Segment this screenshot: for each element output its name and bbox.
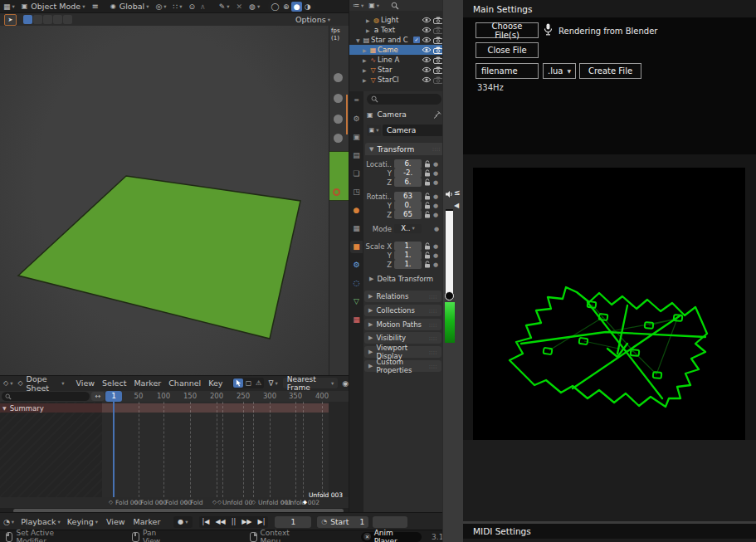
- lock-icon[interactable]: [424, 251, 431, 259]
- section-collections[interactable]: ▶Collections∷∷: [364, 305, 441, 316]
- display-mode-dropdown[interactable]: ▣▾: [368, 2, 379, 9]
- proportional-icon[interactable]: ◉: [342, 379, 349, 388]
- disclosure-icon[interactable]: ▼: [356, 37, 362, 43]
- lock-icon[interactable]: [424, 169, 431, 177]
- playhead-line[interactable]: [113, 402, 115, 507]
- drag-grip-icon[interactable]: ∷∷: [432, 146, 441, 152]
- lock-icon[interactable]: [424, 178, 431, 186]
- value-field[interactable]: 63: [394, 192, 422, 201]
- options-dropdown[interactable]: Options▾: [295, 15, 330, 24]
- tab-data[interactable]: ▽: [350, 295, 363, 308]
- outliner-row-text[interactable]: ▶ a Text: [349, 25, 445, 35]
- menu-key[interactable]: Key: [208, 378, 222, 388]
- menu-marker[interactable]: Marker: [134, 517, 161, 526]
- animate-dot-icon[interactable]: ●: [433, 243, 438, 250]
- eye-icon[interactable]: [422, 56, 432, 63]
- start-frame-field[interactable]: ◔ Start 1: [317, 516, 368, 528]
- menu-select[interactable]: Select: [102, 378, 126, 388]
- animate-dot-icon[interactable]: ●: [433, 161, 438, 168]
- close-file-button[interactable]: Close File: [476, 42, 539, 58]
- eye-icon[interactable]: [422, 37, 432, 43]
- active-tool-icon[interactable]: ➤: [4, 14, 17, 26]
- value-field[interactable]: 1.: [394, 260, 422, 269]
- close-circle-icon[interactable]: ✕: [363, 533, 370, 540]
- disclosure-icon[interactable]: ▶: [366, 17, 372, 23]
- frame-ruler[interactable]: 1 50 100 150 200 250 300 350 400: [105, 391, 329, 402]
- disclosure-icon[interactable]: ▶: [366, 27, 372, 33]
- jump-to-start-button[interactable]: |◀: [202, 518, 210, 525]
- playback-dropdown[interactable]: Playback▾: [21, 517, 61, 526]
- delta-transform-section[interactable]: ▶Delta Transform: [369, 275, 433, 283]
- proportional-edit-icon[interactable]: ⊙: [189, 2, 196, 11]
- disclosure-icon[interactable]: ▶: [363, 57, 368, 63]
- menu-marker[interactable]: Marker: [134, 378, 161, 388]
- tab-modifiers[interactable]: ⚙: [350, 259, 363, 271]
- marker-label-selected[interactable]: Unfold 003: [309, 491, 343, 499]
- value-field[interactable]: 1.: [394, 251, 422, 260]
- tab-view-layer[interactable]: ❏: [350, 168, 363, 180]
- animate-dot-icon[interactable]: ●: [433, 212, 438, 218]
- green-plane[interactable]: [18, 176, 300, 339]
- mode-dropdown[interactable]: ◇Dope Sheet▾: [17, 374, 64, 393]
- snap-mode-dropdown[interactable]: Nearest Frame▾: [283, 378, 338, 388]
- volume-slider-knob[interactable]: [445, 291, 454, 300]
- select-mode-lasso-button[interactable]: [43, 15, 52, 24]
- midi-settings-header[interactable]: MIDI Settings: [463, 524, 756, 539]
- pin-icon[interactable]: [433, 110, 441, 119]
- menu-channel[interactable]: Channel: [168, 378, 201, 388]
- pivot-dropdown[interactable]: ◎▾: [155, 2, 166, 11]
- shading-material-button[interactable]: ●: [291, 2, 302, 12]
- value-field[interactable]: -2.: [394, 168, 422, 178]
- outliner-row-collection[interactable]: ▼ ▤ Star and C ✓: [349, 35, 445, 45]
- properties-search-input[interactable]: [367, 94, 441, 105]
- lock-icon[interactable]: [424, 160, 431, 168]
- tab-scene[interactable]: ◳: [350, 186, 363, 198]
- current-frame-field[interactable]: 1: [275, 516, 311, 528]
- outliner-row-camera-selected[interactable]: ▶ ▦ Came: [349, 45, 445, 55]
- filename-input[interactable]: [476, 63, 539, 79]
- disclosure-icon[interactable]: ▶: [363, 47, 368, 53]
- tab-material[interactable]: ▦: [350, 314, 363, 326]
- warning-icon[interactable]: ⚠: [253, 379, 263, 387]
- select-mode-circle-button[interactable]: [33, 15, 42, 24]
- tool-icon[interactable]: [334, 73, 343, 82]
- value-field[interactable]: 1.: [394, 242, 422, 251]
- orientation-dropdown[interactable]: ◉Global▾: [110, 2, 149, 11]
- tab-render[interactable]: ▣: [350, 131, 363, 144]
- marker-diamond-icon[interactable]: ◇: [212, 499, 217, 505]
- marker-label[interactable]: Fold: [190, 499, 202, 506]
- viewport-3d[interactable]: [0, 26, 329, 375]
- animate-dot-icon[interactable]: ●: [433, 179, 438, 186]
- box-select-icon[interactable]: ▢: [243, 379, 253, 387]
- eye-icon[interactable]: [422, 76, 432, 83]
- animate-dot-icon[interactable]: ●: [433, 193, 438, 200]
- choose-files-button[interactable]: Choose File(s): [476, 22, 539, 38]
- marker-diamond-icon[interactable]: ◇: [280, 499, 285, 505]
- tab-tool[interactable]: ⚙: [350, 113, 363, 125]
- mode-dropdown[interactable]: ▣Object Mode▾: [22, 2, 85, 11]
- section-viewport-display[interactable]: ▶Viewport Display∷∷: [364, 346, 441, 358]
- channel-names-area[interactable]: [0, 402, 102, 497]
- select-mode-new-button[interactable]: [53, 15, 62, 24]
- shading-wireframe-button[interactable]: ◯: [270, 2, 280, 12]
- section-motion-paths[interactable]: ▶Motion Paths∷∷: [364, 319, 441, 330]
- value-field[interactable]: 65: [394, 210, 422, 219]
- letter-icon[interactable]: [334, 134, 343, 143]
- rotation-mode-dropdown[interactable]: X..▾: [394, 224, 422, 233]
- filter-funnel-dropdown[interactable]: ∇▾: [268, 379, 277, 388]
- object-name-input[interactable]: Camera: [383, 125, 445, 136]
- editor-type-selector[interactable]: ◔▾: [3, 518, 14, 526]
- collapsed-viewport-strip[interactable]: fps (1): [329, 26, 349, 375]
- only-selected-toggle[interactable]: [233, 378, 243, 388]
- value-field[interactable]: 0.: [394, 201, 422, 210]
- pose-icon[interactable]: [334, 115, 343, 124]
- marker-label[interactable]: Fold 000: [115, 499, 142, 506]
- create-file-button[interactable]: Create File: [579, 63, 641, 79]
- select-mode-extend-button[interactable]: [63, 15, 72, 24]
- jump-to-end-button[interactable]: ▶|: [257, 518, 265, 525]
- animate-dot-icon[interactable]: ●: [433, 252, 438, 259]
- keying-dropdown[interactable]: Keying▾: [67, 517, 98, 526]
- tab-physics[interactable]: ◌: [350, 277, 363, 290]
- id-type-dropdown[interactable]: ▣▾: [367, 125, 381, 136]
- marker-diamond-icon[interactable]: ◇: [134, 499, 138, 505]
